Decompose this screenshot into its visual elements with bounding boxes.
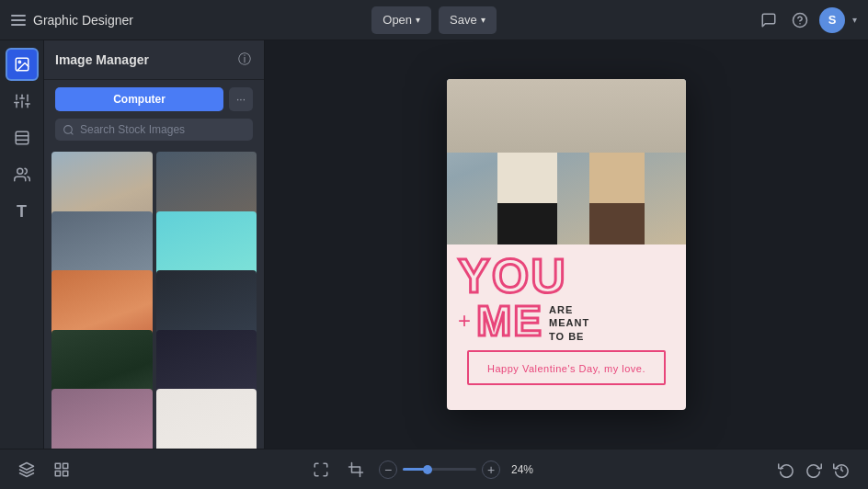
svg-rect-20 [55,463,60,468]
bottom-center-controls: − + 24% [309,458,539,482]
history-button[interactable] [829,458,853,482]
canvas-area[interactable]: YOU + ME ARE MEANT TO BE Happy Valentine… [265,40,868,449]
save-button[interactable]: Save ▾ [439,6,497,34]
bottom-right-undo-redo [774,458,853,482]
svg-rect-22 [55,471,60,475]
layers-icon[interactable] [15,458,39,482]
rail-icon-people[interactable] [6,158,39,191]
card-me-row: + ME ARE MEANT TO BE [458,300,675,343]
zoom-controls: − + 24% [379,461,539,479]
search-icon [63,124,74,136]
rail-icon-sliders[interactable] [6,85,39,118]
rail-icon-image-manager[interactable] [6,48,39,81]
search-input[interactable] [80,123,246,136]
user-chevron[interactable]: ▾ [852,15,857,25]
main-layout: T Image Manager ⓘ Computer ··· [0,40,868,449]
svg-point-16 [17,168,22,174]
image-grid [44,148,264,449]
image-thumb[interactable] [156,389,257,449]
rail-icon-text[interactable]: T [6,195,39,228]
topbar-right: S ▾ [504,7,857,33]
zoom-value: 24% [506,463,539,476]
computer-button[interactable]: Computer [55,87,223,111]
card-you-text: YOU [458,252,675,300]
svg-rect-23 [63,471,68,475]
zoom-out-button[interactable]: − [379,461,397,479]
card-footer-text: Happy Valentine's Day, my love. [487,363,645,374]
valentine-card: YOU + ME ARE MEANT TO BE Happy Valentine… [447,79,686,410]
app-title: Graphic Designer [33,13,133,28]
image-manager-panel: Image Manager ⓘ Computer ··· [44,40,265,449]
topbar: Graphic Designer Open ▾ Save ▾ S ▾ [0,0,868,40]
topbar-left: Graphic Designer [11,13,364,28]
topbar-center: Open ▾ Save ▾ [371,6,496,34]
card-photo-bg [447,79,686,244]
chat-button[interactable] [757,8,781,32]
panel-title: Image Manager [55,52,149,67]
svg-rect-13 [16,131,29,144]
card-text-area: YOU + ME ARE MEANT TO BE Happy Valentine… [447,244,686,385]
expand-icon[interactable] [309,458,333,482]
open-button[interactable]: Open ▾ [371,6,431,34]
bottom-bar: − + 24% [0,449,868,489]
crop-icon[interactable] [344,458,368,482]
image-thumb[interactable] [51,389,153,449]
bottom-left-tools [15,458,74,482]
zoom-in-button[interactable]: + [482,461,500,479]
zoom-track[interactable] [403,468,476,471]
undo-button[interactable] [774,458,798,482]
grid-icon[interactable] [50,458,74,482]
card-me-text: ME [476,300,543,342]
redo-button[interactable] [802,458,826,482]
svg-point-17 [64,125,73,133]
svg-line-18 [71,132,73,134]
svg-line-26 [841,470,843,472]
svg-marker-19 [20,462,34,470]
svg-rect-21 [63,463,68,468]
user-avatar[interactable]: S [819,7,845,33]
panel-header: Image Manager ⓘ [44,40,264,80]
hamburger-menu-icon[interactable] [11,15,26,26]
svg-point-3 [18,61,20,63]
icon-rail: T [0,40,44,449]
rail-icon-layers[interactable] [6,121,39,154]
search-bar [55,119,253,141]
panel-info-button[interactable]: ⓘ [236,50,253,70]
panel-actions: Computer ··· [44,80,264,119]
card-footer: Happy Valentine's Day, my love. [467,350,666,385]
more-options-button[interactable]: ··· [229,87,253,111]
card-photo [447,79,686,244]
svg-rect-24 [352,467,360,472]
card-plus: + [458,310,471,332]
card-meant-text: ARE MEANT TO BE [549,300,589,343]
help-button[interactable] [788,8,812,32]
